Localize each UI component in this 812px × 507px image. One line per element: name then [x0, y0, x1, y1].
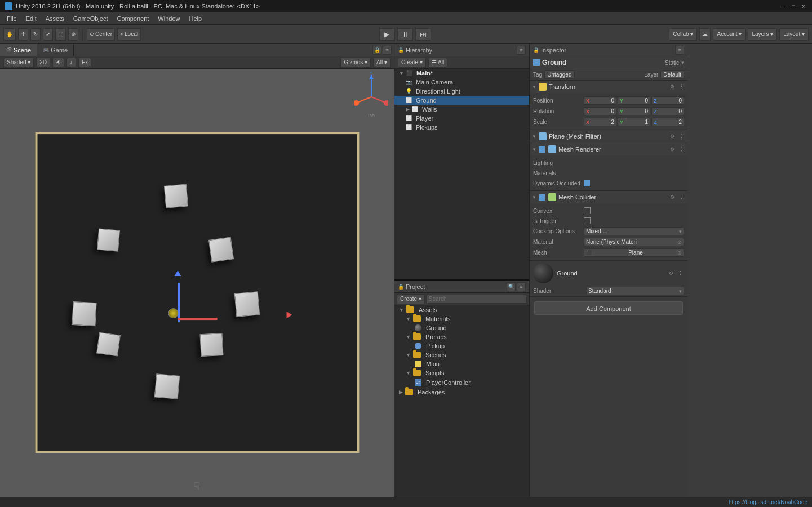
- proj-item-scripts[interactable]: ▼ Scripts: [394, 368, 529, 377]
- scale-y-field[interactable]: Y 1: [618, 118, 650, 126]
- scene-effects-button[interactable]: Fx: [78, 57, 91, 68]
- mesh-prop-value[interactable]: ⬛ Plane ⊙: [584, 248, 684, 257]
- tab-game[interactable]: 🎮 Game: [37, 44, 74, 56]
- material-settings[interactable]: ⚙: [667, 269, 675, 277]
- rot-x-field[interactable]: X 0: [584, 107, 616, 115]
- dynamic-occluded-checkbox[interactable]: [584, 180, 590, 186]
- window-controls[interactable]: — □ ✕: [779, 2, 807, 10]
- layer-value[interactable]: Default: [660, 70, 684, 79]
- scene-3d-view[interactable]: Z Iso ☟: [0, 69, 394, 497]
- proj-item-playercontroller[interactable]: C# PlayerController: [394, 377, 529, 388]
- material-more[interactable]: ⋮: [676, 269, 684, 277]
- transform-rect-tool[interactable]: ⬚: [55, 28, 66, 41]
- cloud-button[interactable]: ☁: [699, 28, 711, 41]
- mesh-filter-more[interactable]: ⋮: [677, 132, 685, 140]
- mesh-renderer-more[interactable]: ⋮: [677, 145, 685, 153]
- scene-lighting-button[interactable]: ☀: [52, 57, 64, 68]
- scale-x-field[interactable]: X 2: [584, 118, 616, 126]
- scene-audio-button[interactable]: ♪: [66, 57, 76, 68]
- proj-item-materials[interactable]: ▼ Materials: [394, 314, 529, 323]
- pos-z-field[interactable]: Z 0: [651, 96, 684, 105]
- hierarchy-more-btn[interactable]: ≡: [517, 46, 526, 55]
- pos-x-field[interactable]: X 0: [584, 96, 616, 105]
- transform-settings[interactable]: ⚙: [668, 83, 676, 91]
- menu-assets[interactable]: Assets: [41, 14, 69, 23]
- menu-window[interactable]: Window: [153, 14, 184, 23]
- pivot-center-button[interactable]: ⊙ Center: [87, 28, 115, 41]
- 2d-toggle-button[interactable]: 2D: [36, 57, 50, 68]
- proj-item-prefabs[interactable]: ▼ Prefabs: [394, 332, 529, 341]
- collab-button[interactable]: Collab ▾: [669, 28, 697, 41]
- scale-z-field[interactable]: Z 2: [651, 118, 684, 126]
- transform-rotate-tool[interactable]: ↻: [30, 28, 41, 41]
- mesh-renderer-header[interactable]: ▼ Mesh Renderer ⚙ ⋮: [530, 143, 687, 155]
- close-button[interactable]: ✕: [800, 2, 807, 10]
- mesh-renderer-enabled[interactable]: [539, 146, 545, 153]
- lighting-row[interactable]: Lighting: [533, 158, 684, 168]
- scene-panel-lock[interactable]: 🔒: [372, 46, 381, 55]
- transform-move-tool[interactable]: ✛: [18, 28, 28, 41]
- mesh-collider-header[interactable]: ▼ Mesh Collider ⚙ ⋮: [530, 191, 687, 203]
- hierarchy-create-button[interactable]: Create ▾: [398, 57, 426, 68]
- inspector-more-btn[interactable]: ≡: [675, 46, 684, 55]
- hier-item-main-scene[interactable]: ▼ ⬛ Main*: [394, 69, 529, 78]
- hierarchy-all-button[interactable]: ☰ All: [428, 57, 447, 68]
- static-dropdown-arrow[interactable]: ▾: [681, 60, 684, 65]
- mesh-filter-settings[interactable]: ⚙: [668, 132, 676, 140]
- hier-item-directional-light[interactable]: 💡 Directional Light: [394, 87, 529, 96]
- proj-item-pickup[interactable]: Pickup: [394, 341, 529, 350]
- project-more-btn[interactable]: ≡: [517, 282, 526, 291]
- convex-checkbox[interactable]: [584, 207, 591, 214]
- project-search-btn[interactable]: 🔍: [507, 282, 516, 291]
- account-button[interactable]: Account ▾: [713, 28, 746, 41]
- menu-component[interactable]: Component: [112, 14, 153, 23]
- tab-scene[interactable]: 🎬 Scene: [0, 44, 37, 56]
- menu-gameobject[interactable]: GameObject: [69, 14, 113, 23]
- is-trigger-checkbox[interactable]: [584, 217, 591, 224]
- hier-item-pickups[interactable]: ⬜ Pickups: [394, 123, 529, 132]
- mesh-collider-settings[interactable]: ⚙: [668, 193, 676, 201]
- hier-item-walls[interactable]: ▶ ⬜ Walls: [394, 105, 529, 114]
- pause-button[interactable]: ⏸: [397, 28, 413, 41]
- proj-item-assets[interactable]: ▼ Assets: [394, 305, 529, 314]
- layout-button[interactable]: Layout ▾: [779, 28, 809, 41]
- mesh-collider-more[interactable]: ⋮: [677, 193, 685, 201]
- rot-z-field[interactable]: Z 0: [651, 107, 684, 115]
- proj-item-scenes[interactable]: ▼ Scenes: [394, 350, 529, 359]
- proj-item-main-scene[interactable]: Main: [394, 359, 529, 368]
- all-layers-button[interactable]: All ▾: [373, 57, 391, 68]
- pivot-local-button[interactable]: ⌖ Local: [117, 28, 141, 41]
- proj-item-packages[interactable]: ▶ Packages: [394, 388, 529, 397]
- transform-header[interactable]: ▼ Transform ⚙ ⋮: [530, 81, 687, 93]
- gizmos-button[interactable]: Gizmos ▾: [340, 57, 371, 68]
- mesh-filter-header[interactable]: ▼ Plane (Mesh Filter) ⚙ ⋮: [530, 130, 687, 143]
- layers-button[interactable]: Layers ▾: [748, 28, 777, 41]
- cooking-options-value[interactable]: Mixed ... ▾: [584, 227, 684, 235]
- menu-help[interactable]: Help: [184, 14, 206, 23]
- maximize-button[interactable]: □: [789, 2, 797, 10]
- collider-material-value[interactable]: None (Physic Materi ⊙: [584, 238, 684, 246]
- hier-item-main-camera[interactable]: 📷 Main Camera: [394, 78, 529, 87]
- tag-value[interactable]: Untagged: [544, 70, 574, 79]
- scene-panel-more[interactable]: ≡: [383, 46, 392, 55]
- mesh-renderer-settings[interactable]: ⚙: [668, 145, 676, 153]
- hier-item-player[interactable]: ⬜ Player: [394, 114, 529, 123]
- minimize-button[interactable]: —: [779, 2, 787, 10]
- transform-hand-tool[interactable]: ✋: [3, 28, 16, 41]
- add-component-button[interactable]: Add Component: [534, 301, 683, 315]
- menu-file[interactable]: File: [2, 14, 21, 23]
- proj-item-ground-mat[interactable]: Ground: [394, 323, 529, 332]
- step-button[interactable]: ⏭: [415, 28, 431, 41]
- transform-more[interactable]: ⋮: [677, 83, 685, 91]
- play-button[interactable]: ▶: [379, 28, 395, 41]
- shader-value[interactable]: Standard ▾: [586, 287, 684, 295]
- object-active-checkbox[interactable]: [533, 59, 540, 66]
- materials-row[interactable]: Materials: [533, 168, 684, 178]
- transform-combo-tool[interactable]: ⊛: [68, 28, 78, 41]
- shading-mode-button[interactable]: Shaded ▾: [3, 57, 34, 68]
- scene-viewport[interactable]: Z Iso ☟: [0, 69, 394, 497]
- menu-edit[interactable]: Edit: [21, 14, 41, 23]
- mesh-collider-enabled[interactable]: [539, 194, 545, 201]
- project-create-button[interactable]: Create ▾: [397, 294, 425, 304]
- pos-y-field[interactable]: Y 0: [618, 96, 650, 105]
